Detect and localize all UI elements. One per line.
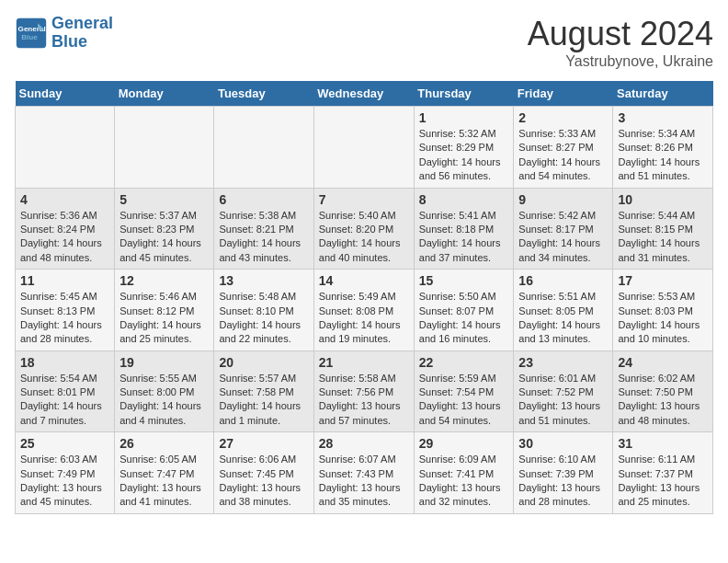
day-info: Sunrise: 6:07 AMSunset: 7:43 PMDaylight:… xyxy=(319,453,409,510)
col-header-tuesday: Tuesday xyxy=(214,81,313,107)
logo-icon: General Blue xyxy=(15,17,48,50)
col-header-saturday: Saturday xyxy=(613,81,713,107)
svg-text:Blue: Blue xyxy=(21,33,38,41)
calendar-cell: 18Sunrise: 5:54 AMSunset: 8:01 PMDayligh… xyxy=(16,350,115,432)
logo-general: General xyxy=(51,14,113,32)
day-number: 1 xyxy=(419,110,509,125)
day-info: Sunrise: 5:45 AMSunset: 8:13 PMDaylight:… xyxy=(20,290,109,347)
day-number: 13 xyxy=(219,273,308,288)
day-number: 15 xyxy=(419,273,509,288)
calendar-cell: 21Sunrise: 5:58 AMSunset: 7:56 PMDayligh… xyxy=(313,350,414,432)
page-header: General Blue General Blue August 2024 Ya… xyxy=(15,15,713,70)
day-number: 2 xyxy=(518,110,608,125)
day-info: Sunrise: 5:58 AMSunset: 7:56 PMDaylight:… xyxy=(319,372,409,429)
calendar-cell: 6Sunrise: 5:38 AMSunset: 8:21 PMDaylight… xyxy=(214,188,313,270)
day-info: Sunrise: 6:09 AMSunset: 7:41 PMDaylight:… xyxy=(419,453,509,510)
day-info: Sunrise: 5:50 AMSunset: 8:07 PMDaylight:… xyxy=(419,290,509,347)
calendar-cell: 23Sunrise: 6:01 AMSunset: 7:52 PMDayligh… xyxy=(514,350,613,432)
calendar-cell: 9Sunrise: 5:42 AMSunset: 8:17 PMDaylight… xyxy=(514,188,613,270)
day-info: Sunrise: 5:57 AMSunset: 7:58 PMDaylight:… xyxy=(219,372,308,429)
day-info: Sunrise: 5:36 AMSunset: 8:24 PMDaylight:… xyxy=(20,209,109,266)
calendar-cell: 27Sunrise: 6:06 AMSunset: 7:45 PMDayligh… xyxy=(214,432,313,514)
calendar-cell: 17Sunrise: 5:53 AMSunset: 8:03 PMDayligh… xyxy=(613,270,713,351)
day-info: Sunrise: 5:49 AMSunset: 8:08 PMDaylight:… xyxy=(319,290,409,347)
day-info: Sunrise: 5:40 AMSunset: 8:20 PMDaylight:… xyxy=(319,209,409,266)
day-number: 9 xyxy=(518,192,608,207)
day-info: Sunrise: 5:54 AMSunset: 8:01 PMDaylight:… xyxy=(20,372,109,429)
day-number: 10 xyxy=(618,192,708,207)
calendar-cell: 7Sunrise: 5:40 AMSunset: 8:20 PMDaylight… xyxy=(313,188,414,270)
calendar-cell: 22Sunrise: 5:59 AMSunset: 7:54 PMDayligh… xyxy=(414,350,514,432)
calendar-cell: 15Sunrise: 5:50 AMSunset: 8:07 PMDayligh… xyxy=(414,270,514,351)
day-number: 8 xyxy=(419,192,509,207)
calendar-table: SundayMondayTuesdayWednesdayThursdayFrid… xyxy=(15,81,713,514)
calendar-cell: 8Sunrise: 5:41 AMSunset: 8:18 PMDaylight… xyxy=(414,188,514,270)
day-info: Sunrise: 5:33 AMSunset: 8:27 PMDaylight:… xyxy=(518,127,608,184)
calendar-cell: 4Sunrise: 5:36 AMSunset: 8:24 PMDaylight… xyxy=(16,188,115,270)
day-number: 29 xyxy=(419,436,509,451)
day-number: 30 xyxy=(518,436,608,451)
calendar-cell: 19Sunrise: 5:55 AMSunset: 8:00 PMDayligh… xyxy=(115,350,214,432)
calendar-week-row: 11Sunrise: 5:45 AMSunset: 8:13 PMDayligh… xyxy=(16,270,713,351)
day-info: Sunrise: 5:42 AMSunset: 8:17 PMDaylight:… xyxy=(518,209,608,266)
day-info: Sunrise: 6:01 AMSunset: 7:52 PMDaylight:… xyxy=(518,372,608,429)
day-info: Sunrise: 5:44 AMSunset: 8:15 PMDaylight:… xyxy=(618,209,708,266)
col-header-monday: Monday xyxy=(115,81,214,107)
calendar-cell: 1Sunrise: 5:32 AMSunset: 8:29 PMDaylight… xyxy=(414,107,514,189)
day-info: Sunrise: 6:11 AMSunset: 7:37 PMDaylight:… xyxy=(618,453,708,510)
day-number: 26 xyxy=(119,436,209,451)
calendar-week-row: 18Sunrise: 5:54 AMSunset: 8:01 PMDayligh… xyxy=(16,350,713,432)
calendar-week-row: 1Sunrise: 5:32 AMSunset: 8:29 PMDaylight… xyxy=(16,107,713,189)
day-info: Sunrise: 5:38 AMSunset: 8:21 PMDaylight:… xyxy=(219,209,308,266)
day-info: Sunrise: 5:53 AMSunset: 8:03 PMDaylight:… xyxy=(618,290,708,347)
day-number: 27 xyxy=(219,436,308,451)
day-number: 6 xyxy=(219,192,308,207)
page-subtitle: Yastrubynove, Ukraine xyxy=(528,53,713,70)
day-info: Sunrise: 6:05 AMSunset: 7:47 PMDaylight:… xyxy=(119,453,209,510)
calendar-cell xyxy=(16,107,115,189)
day-number: 16 xyxy=(518,273,608,288)
day-info: Sunrise: 5:55 AMSunset: 8:00 PMDaylight:… xyxy=(119,372,209,429)
calendar-cell xyxy=(214,107,313,189)
calendar-cell: 5Sunrise: 5:37 AMSunset: 8:23 PMDaylight… xyxy=(115,188,214,270)
day-info: Sunrise: 5:59 AMSunset: 7:54 PMDaylight:… xyxy=(419,372,509,429)
calendar-week-row: 4Sunrise: 5:36 AMSunset: 8:24 PMDaylight… xyxy=(16,188,713,270)
calendar-cell: 14Sunrise: 5:49 AMSunset: 8:08 PMDayligh… xyxy=(313,270,414,351)
calendar-header-row: SundayMondayTuesdayWednesdayThursdayFrid… xyxy=(16,81,713,107)
calendar-cell: 13Sunrise: 5:48 AMSunset: 8:10 PMDayligh… xyxy=(214,270,313,351)
day-number: 19 xyxy=(119,355,209,370)
calendar-cell: 3Sunrise: 5:34 AMSunset: 8:26 PMDaylight… xyxy=(613,107,713,189)
calendar-cell: 25Sunrise: 6:03 AMSunset: 7:49 PMDayligh… xyxy=(16,432,115,514)
day-number: 14 xyxy=(319,273,409,288)
day-number: 5 xyxy=(119,192,209,207)
day-number: 18 xyxy=(20,355,109,370)
calendar-cell xyxy=(115,107,214,189)
calendar-cell: 24Sunrise: 6:02 AMSunset: 7:50 PMDayligh… xyxy=(613,350,713,432)
calendar-cell: 11Sunrise: 5:45 AMSunset: 8:13 PMDayligh… xyxy=(16,270,115,351)
calendar-cell: 10Sunrise: 5:44 AMSunset: 8:15 PMDayligh… xyxy=(613,188,713,270)
day-info: Sunrise: 5:46 AMSunset: 8:12 PMDaylight:… xyxy=(119,290,209,347)
day-info: Sunrise: 5:34 AMSunset: 8:26 PMDaylight:… xyxy=(618,127,708,184)
day-info: Sunrise: 6:03 AMSunset: 7:49 PMDaylight:… xyxy=(20,453,109,510)
calendar-cell: 29Sunrise: 6:09 AMSunset: 7:41 PMDayligh… xyxy=(414,432,514,514)
day-number: 17 xyxy=(618,273,708,288)
day-number: 22 xyxy=(419,355,509,370)
day-number: 23 xyxy=(518,355,608,370)
day-info: Sunrise: 6:02 AMSunset: 7:50 PMDaylight:… xyxy=(618,372,708,429)
calendar-cell xyxy=(313,107,414,189)
day-info: Sunrise: 6:10 AMSunset: 7:39 PMDaylight:… xyxy=(518,453,608,510)
calendar-cell: 31Sunrise: 6:11 AMSunset: 7:37 PMDayligh… xyxy=(613,432,713,514)
day-info: Sunrise: 5:37 AMSunset: 8:23 PMDaylight:… xyxy=(119,209,209,266)
day-number: 31 xyxy=(618,436,708,451)
calendar-week-row: 25Sunrise: 6:03 AMSunset: 7:49 PMDayligh… xyxy=(16,432,713,514)
day-number: 4 xyxy=(20,192,109,207)
day-number: 21 xyxy=(319,355,409,370)
day-info: Sunrise: 5:51 AMSunset: 8:05 PMDaylight:… xyxy=(518,290,608,347)
col-header-friday: Friday xyxy=(514,81,613,107)
page-title: August 2024 xyxy=(528,15,713,53)
day-info: Sunrise: 5:48 AMSunset: 8:10 PMDaylight:… xyxy=(219,290,308,347)
day-number: 12 xyxy=(119,273,209,288)
calendar-cell: 16Sunrise: 5:51 AMSunset: 8:05 PMDayligh… xyxy=(514,270,613,351)
day-info: Sunrise: 5:41 AMSunset: 8:18 PMDaylight:… xyxy=(419,209,509,266)
day-number: 24 xyxy=(618,355,708,370)
